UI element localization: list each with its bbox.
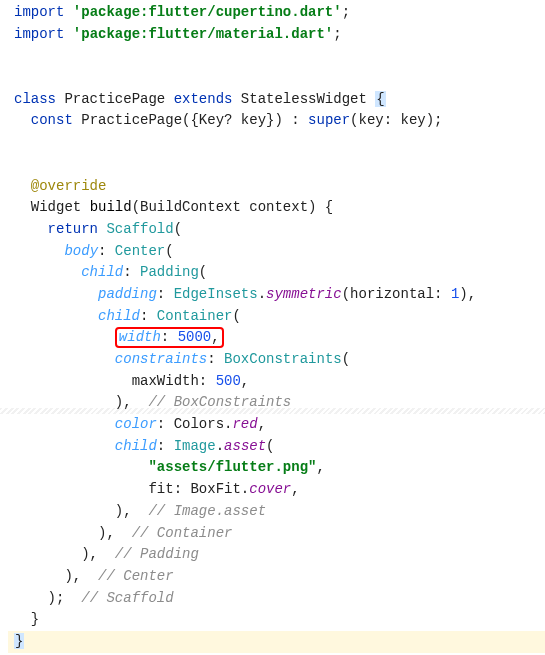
comment: // Container — [115, 525, 233, 541]
param-color: color — [115, 416, 157, 432]
type-container: Container — [157, 308, 233, 324]
code-line: ), // Image.asset — [8, 501, 545, 523]
keyword-return: return — [48, 221, 98, 237]
param-child: child — [98, 308, 140, 324]
code-line: class PracticePage extends StatelessWidg… — [8, 89, 545, 111]
keyword-import: import — [14, 4, 64, 20]
code-line: width: 5000, — [8, 327, 545, 349]
code-line: color: Colors.red, — [8, 414, 545, 436]
number-literal: 500 — [216, 373, 241, 389]
code-line: child: Container( — [8, 306, 545, 328]
param-child: child — [115, 438, 157, 454]
annotation-override: @override — [31, 178, 107, 194]
keyword-super: super — [308, 112, 350, 128]
highlighted-code: width: 5000, — [115, 327, 224, 348]
code-line: const PracticePage({Key? key}) : super(k… — [8, 110, 545, 132]
comment: // Scaffold — [64, 590, 173, 606]
code-line — [8, 67, 545, 89]
code-line: import 'package:flutter/material.dart'; — [8, 24, 545, 46]
code-line: @override — [8, 176, 545, 198]
code-line: constraints: BoxConstraints( — [8, 349, 545, 371]
keyword-const: const — [31, 112, 73, 128]
param-padding: padding — [98, 286, 157, 302]
code-line — [8, 154, 545, 176]
string-literal: 'package:flutter/material.dart' — [73, 26, 333, 42]
code-line-caret: } — [8, 631, 545, 653]
param-body: body — [64, 243, 98, 259]
prop-red: red — [232, 416, 257, 432]
code-line: Widget build(BuildContext context) { — [8, 197, 545, 219]
code-line: child: Padding( — [8, 262, 545, 284]
keyword-import: import — [14, 26, 64, 42]
type-padding: Padding — [140, 264, 199, 280]
code-line: padding: EdgeInsets.symmetric(horizontal… — [8, 284, 545, 306]
code-line: import 'package:flutter/cupertino.dart'; — [8, 2, 545, 24]
code-line: ), // Center — [8, 566, 545, 588]
code-line: } — [8, 609, 545, 631]
type-center: Center — [115, 243, 165, 259]
comment: // BoxConstraints — [132, 394, 292, 410]
comment: // Padding — [98, 546, 199, 562]
brace-highlight: { — [375, 91, 385, 107]
prop-cover: cover — [249, 481, 291, 497]
brace-highlight: } — [14, 633, 24, 649]
code-line: maxWidth: 500, — [8, 371, 545, 393]
code-line: child: Image.asset( — [8, 436, 545, 458]
code-line: ); // Scaffold — [8, 588, 545, 610]
code-line — [8, 132, 545, 154]
keyword-extends: extends — [174, 91, 233, 107]
code-line: body: Center( — [8, 241, 545, 263]
param-constraints: constraints — [115, 351, 207, 367]
type-boxconstraints: BoxConstraints — [224, 351, 342, 367]
type-image: Image — [174, 438, 216, 454]
keyword-class: class — [14, 91, 56, 107]
comment: // Center — [81, 568, 173, 584]
string-literal: "assets/flutter.png" — [148, 459, 316, 475]
number-literal: 5000 — [178, 329, 212, 345]
code-line: return Scaffold( — [8, 219, 545, 241]
string-literal: 'package:flutter/cupertino.dart' — [73, 4, 342, 20]
param-child: child — [81, 264, 123, 280]
code-editor[interactable]: import 'package:flutter/cupertino.dart';… — [0, 0, 545, 653]
method-symmetric: symmetric — [266, 286, 342, 302]
code-line: "assets/flutter.png", — [8, 457, 545, 479]
code-line — [8, 45, 545, 67]
code-line: ), // Padding — [8, 544, 545, 566]
code-line: ), // Container — [8, 523, 545, 545]
type-scaffold: Scaffold — [98, 221, 174, 237]
code-line: fit: BoxFit.cover, — [8, 479, 545, 501]
method-asset: asset — [224, 438, 266, 454]
param-width: width — [119, 329, 161, 345]
code-line: ), // BoxConstraints — [8, 392, 545, 414]
type-edgeinsets: EdgeInsets — [174, 286, 258, 302]
comment: // Image.asset — [132, 503, 266, 519]
